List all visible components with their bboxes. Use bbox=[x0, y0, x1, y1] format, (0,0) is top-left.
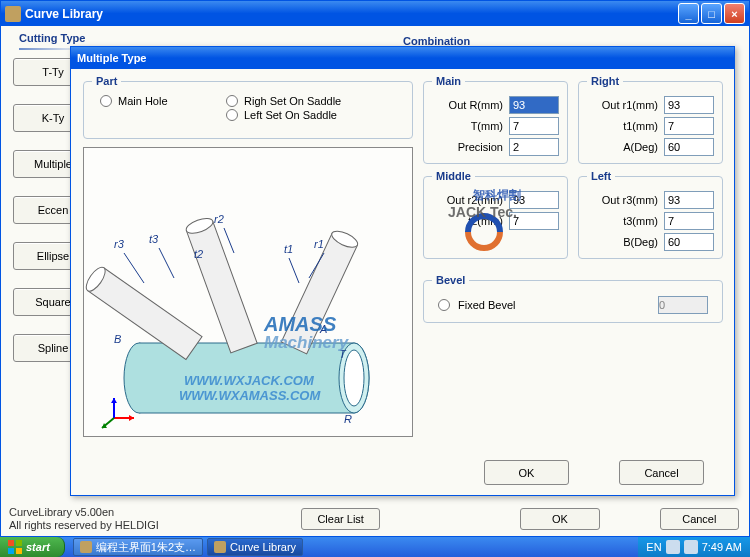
main-cancel-button[interactable]: Cancel bbox=[660, 508, 739, 530]
t1-label: t1(mm) bbox=[587, 120, 664, 132]
svg-point-3 bbox=[344, 350, 364, 406]
t3-input[interactable] bbox=[664, 212, 714, 230]
bevel-fieldset: Bevel Fixed Bevel bbox=[423, 274, 723, 323]
minimize-button[interactable]: _ bbox=[678, 3, 699, 24]
left-saddle-label: Left Set On Saddle bbox=[244, 109, 337, 121]
start-label: start bbox=[26, 541, 50, 553]
right-saddle-radio[interactable] bbox=[226, 95, 238, 107]
svg-rect-1 bbox=[139, 343, 354, 413]
multiple-type-dialog: Multiple Type Part Main Hole Righ Set On… bbox=[70, 46, 735, 496]
svg-line-28 bbox=[224, 228, 234, 253]
left-saddle-radio[interactable] bbox=[226, 109, 238, 121]
windows-logo-icon bbox=[8, 540, 22, 554]
dialog-title: Multiple Type bbox=[77, 52, 146, 64]
cutting-type-heading: Cutting Type bbox=[19, 32, 97, 44]
close-button[interactable]: × bbox=[724, 3, 745, 24]
tray-icon[interactable] bbox=[684, 540, 698, 554]
svg-line-26 bbox=[124, 253, 144, 283]
clock[interactable]: 7:49 AM bbox=[702, 541, 742, 553]
a-deg-input[interactable] bbox=[664, 138, 714, 156]
taskbar: start 编程主界面1朱2支… Curve Library EN 7:49 A… bbox=[0, 537, 750, 557]
out-r1-label: Out r1(mm) bbox=[587, 99, 664, 111]
svg-text:t2: t2 bbox=[194, 248, 203, 260]
t1-input[interactable] bbox=[664, 117, 714, 135]
clear-list-button[interactable]: Clear List bbox=[301, 508, 380, 530]
maximize-button[interactable]: □ bbox=[701, 3, 722, 24]
out-r-label: Out R(mm) bbox=[432, 99, 509, 111]
bevel-legend: Bevel bbox=[432, 274, 469, 286]
diagram-preview: r3 t3 r2 t2 t1 r1 B A T R bbox=[83, 147, 413, 437]
fixed-bevel-radio[interactable] bbox=[438, 299, 450, 311]
start-button[interactable]: start bbox=[0, 537, 65, 557]
svg-text:r1: r1 bbox=[314, 238, 324, 250]
right-legend: Right bbox=[587, 75, 623, 87]
part-legend: Part bbox=[92, 75, 121, 87]
right-saddle-label: Righ Set On Saddle bbox=[244, 95, 341, 107]
main-fieldset: Main Out R(mm) T(mm) Precision bbox=[423, 75, 568, 164]
footer-text: CurveLibrary v5.00en All rights reserved… bbox=[9, 506, 159, 532]
t-input[interactable] bbox=[509, 117, 559, 135]
t2-input[interactable] bbox=[509, 212, 559, 230]
svg-marker-11 bbox=[129, 415, 134, 421]
svg-text:r2: r2 bbox=[214, 213, 224, 225]
left-legend: Left bbox=[587, 170, 615, 182]
copyright-label: All rights reserved by HELDIGI bbox=[9, 519, 159, 532]
tray-icon[interactable] bbox=[666, 540, 680, 554]
right-fieldset: Right Out r1(mm) t1(mm) A(Deg) bbox=[578, 75, 723, 164]
dialog-cancel-button[interactable]: Cancel bbox=[619, 460, 704, 485]
app-icon bbox=[214, 541, 226, 553]
system-tray: EN 7:49 AM bbox=[638, 537, 750, 557]
middle-fieldset: Middle Out r2(mm) t2(mm) x bbox=[423, 170, 568, 259]
svg-text:t3: t3 bbox=[149, 233, 159, 245]
app-icon bbox=[5, 6, 21, 22]
svg-text:t1: t1 bbox=[284, 243, 293, 255]
task-label-2: Curve Library bbox=[230, 541, 296, 553]
b-deg-label: B(Deg) bbox=[587, 236, 664, 248]
dialog-ok-button[interactable]: OK bbox=[484, 460, 569, 485]
precision-input[interactable] bbox=[509, 138, 559, 156]
svg-rect-36 bbox=[16, 548, 22, 554]
svg-rect-34 bbox=[16, 540, 22, 546]
main-legend: Main bbox=[432, 75, 465, 87]
left-fieldset: Left Out r3(mm) t3(mm) B(Deg) bbox=[578, 170, 723, 259]
taskbar-item-2[interactable]: Curve Library bbox=[207, 538, 303, 556]
svg-text:R: R bbox=[344, 413, 352, 425]
logo-icon bbox=[464, 212, 504, 252]
version-label: CurveLibrary v5.00en bbox=[9, 506, 159, 519]
out-r1-input[interactable] bbox=[664, 96, 714, 114]
b-deg-input[interactable] bbox=[664, 233, 714, 251]
svg-rect-35 bbox=[8, 548, 14, 554]
svg-line-29 bbox=[289, 258, 299, 283]
svg-line-27 bbox=[159, 248, 174, 278]
part-fieldset: Part Main Hole Righ Set On Saddle Left S… bbox=[83, 75, 413, 139]
out-r3-label: Out r3(mm) bbox=[587, 194, 664, 206]
middle-legend: Middle bbox=[432, 170, 475, 182]
out-r3-input[interactable] bbox=[664, 191, 714, 209]
language-indicator[interactable]: EN bbox=[646, 541, 661, 553]
main-titlebar: Curve Library _ □ × bbox=[1, 1, 749, 26]
taskbar-item-1[interactable]: 编程主界面1朱2支… bbox=[73, 538, 203, 556]
task-label-1: 编程主界面1朱2支… bbox=[96, 540, 196, 555]
dialog-titlebar: Multiple Type bbox=[71, 47, 734, 69]
t3-label: t3(mm) bbox=[587, 215, 664, 227]
svg-rect-33 bbox=[8, 540, 14, 546]
svg-text:B: B bbox=[114, 333, 121, 345]
main-ok-button[interactable]: OK bbox=[520, 508, 599, 530]
t-label: T(mm) bbox=[432, 120, 509, 132]
out-r2-label: Out r2(mm) bbox=[432, 194, 509, 206]
main-hole-label: Main Hole bbox=[118, 95, 168, 107]
out-r-input[interactable] bbox=[509, 96, 559, 114]
out-r2-input[interactable] bbox=[509, 191, 559, 209]
precision-label: Precision bbox=[432, 141, 509, 153]
app-icon bbox=[80, 541, 92, 553]
svg-marker-13 bbox=[111, 398, 117, 403]
fixed-bevel-input bbox=[658, 296, 708, 314]
fixed-bevel-label: Fixed Bevel bbox=[458, 299, 650, 311]
a-deg-label: A(Deg) bbox=[587, 141, 664, 153]
window-title: Curve Library bbox=[25, 7, 678, 21]
main-hole-radio[interactable] bbox=[100, 95, 112, 107]
svg-text:r3: r3 bbox=[114, 238, 125, 250]
svg-text:A: A bbox=[319, 323, 327, 335]
